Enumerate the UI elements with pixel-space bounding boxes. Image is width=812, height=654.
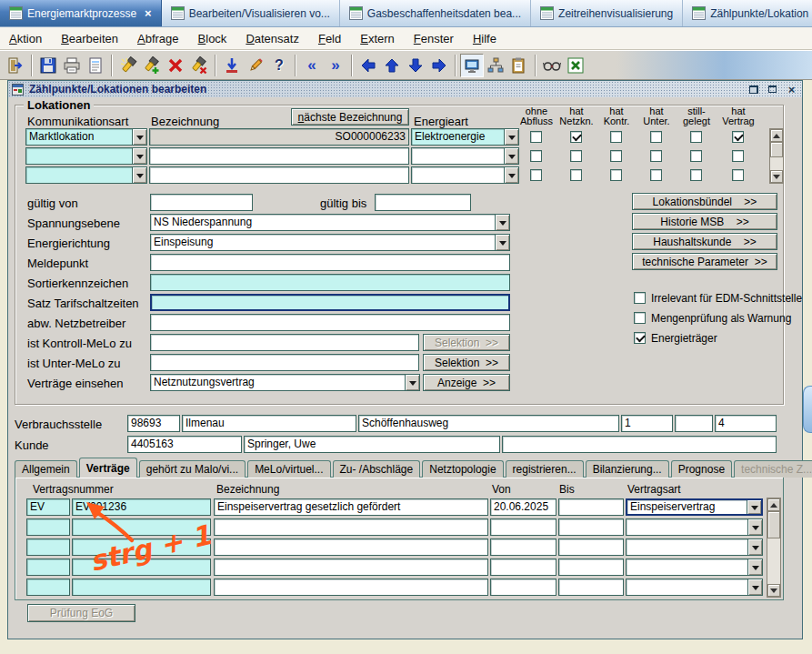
- hat-unter-checkbox-row3[interactable]: [650, 169, 662, 181]
- app-tab-zeitreihenvisualisierung[interactable]: Zeitreihenvisualisierung: [531, 0, 683, 26]
- verbrauchsstelle-nr-field[interactable]: 98693: [127, 415, 180, 432]
- menu-bearbeiten[interactable]: Bearbeiten: [61, 32, 118, 45]
- vertrag-bezeichnung-cell-row3[interactable]: [214, 538, 488, 556]
- verbrauchsstelle-hausnr-field[interactable]: 1: [621, 415, 673, 432]
- screen-button[interactable]: [460, 54, 484, 77]
- dropdown-button[interactable]: [495, 235, 509, 250]
- app-tab-zaehlpunkte-lokationen[interactable]: Zählpunkte/Lokation: [683, 0, 812, 26]
- vertragsart-combo-row4[interactable]: [626, 558, 763, 576]
- hat-kontr-checkbox-row2[interactable]: [610, 150, 622, 162]
- dropdown-button[interactable]: [132, 129, 146, 145]
- vertrag-nummer-cell-row2[interactable]: [72, 518, 211, 536]
- vertrag-von-cell-row5[interactable]: [490, 579, 556, 596]
- bezeichnung-field-row2[interactable]: [149, 147, 409, 165]
- verbrauchsstelle-etage-field[interactable]: 4: [715, 415, 777, 432]
- print-button[interactable]: [60, 54, 84, 77]
- vertrag-bezeichnung-cell-row5[interactable]: [214, 579, 488, 596]
- energieart-value[interactable]: Elektroenergie: [412, 129, 504, 145]
- satz-tarifschaltzeiten-field[interactable]: [150, 294, 510, 311]
- hat-kontr-checkbox-row3[interactable]: [610, 169, 622, 181]
- vertragsart-combo-row5[interactable]: [626, 579, 763, 596]
- technische-parameter-button[interactable]: technische Parameter >>: [632, 253, 777, 270]
- vertrag-bezeichnung-cell-row2[interactable]: [214, 518, 488, 536]
- spannungsebene-value[interactable]: NS Niederspannung: [151, 215, 495, 230]
- dropdown-button[interactable]: [747, 539, 762, 555]
- vertragsart-value[interactable]: [627, 579, 747, 595]
- energieart-combo-row3[interactable]: [411, 166, 519, 184]
- abw-netzbetreiber-field[interactable]: [150, 314, 510, 331]
- hat-netzkn-checkbox-row2[interactable]: [570, 150, 582, 162]
- energietraeger-checkbox[interactable]: [634, 332, 646, 344]
- scroll-down-button[interactable]: [767, 584, 780, 597]
- vertragsart-value[interactable]: Einspeiservertrag: [627, 500, 747, 514]
- dropdown-button[interactable]: [132, 148, 146, 164]
- vertrag-bis-cell-row2[interactable]: [558, 518, 624, 536]
- tab-melo-virtuell[interactable]: MeLo/virtuel...: [247, 460, 330, 478]
- window-title-bar[interactable]: Zählpunkte/Lokationen bearbeiten ×: [8, 81, 802, 97]
- energieart-value[interactable]: [412, 167, 504, 183]
- next-item-button[interactable]: [427, 54, 451, 77]
- bezeichnung-field-row3[interactable]: [149, 166, 409, 184]
- tab-allgemein[interactable]: Allgemein: [15, 460, 77, 478]
- vertrag-bis-cell-row1[interactable]: [558, 498, 624, 516]
- energieart-value[interactable]: [412, 148, 504, 164]
- verbrauchsstelle-ort-field[interactable]: Ilmenau: [182, 415, 356, 432]
- vertraege-einsehen-combo[interactable]: Netznutzungsvertrag: [150, 374, 420, 391]
- mengenpruefung-checkbox[interactable]: [634, 312, 646, 324]
- lokationsbuendel-button[interactable]: Lokationsbündel >>: [632, 193, 777, 210]
- vertrag-von-cell-row3[interactable]: [490, 538, 556, 556]
- tab-zu-abschlaege[interactable]: Zu- /Abschläge: [333, 460, 421, 478]
- kommunikationsart-combo-row1[interactable]: Marktlokation: [25, 128, 147, 146]
- vertrag-von-cell-row1[interactable]: 20.06.2025: [490, 498, 556, 516]
- menu-extern[interactable]: Extern: [360, 32, 395, 45]
- close-icon[interactable]: ×: [145, 6, 152, 20]
- vertrag-prefix-cell-row5[interactable]: [26, 579, 70, 596]
- vertrag-nummer-cell-row4[interactable]: [72, 558, 211, 576]
- irrelevant-edm-checkbox[interactable]: [634, 292, 646, 304]
- menu-abfrage[interactable]: Abfrage: [137, 32, 179, 45]
- tab-gehoert-zu-malo[interactable]: gehört zu Malo/vi...: [139, 460, 246, 478]
- vertragsart-value[interactable]: [627, 519, 747, 535]
- execute-query-button[interactable]: [140, 54, 164, 77]
- kommunikationsart-value[interactable]: [26, 167, 132, 183]
- previous-block-button[interactable]: «: [300, 54, 324, 77]
- stillgelegt-checkbox-row2[interactable]: [690, 150, 702, 162]
- menu-aktion[interactable]: Aktion: [9, 32, 42, 45]
- vertrag-bezeichnung-cell-row4[interactable]: [214, 558, 488, 576]
- vertrag-bezeichnung-cell-row1[interactable]: Einspeiservertrag gesetzlich gefördert: [214, 498, 488, 516]
- selektion-unter-button[interactable]: Selektion >>: [423, 354, 510, 371]
- energierichtung-combo[interactable]: Einspeisung: [150, 234, 510, 251]
- scroll-up-button[interactable]: [770, 129, 783, 142]
- energieart-combo-row1[interactable]: Elektroenergie: [411, 128, 519, 146]
- tab-registrieren[interactable]: registrieren...: [506, 460, 584, 478]
- clipboard-button[interactable]: [507, 54, 531, 77]
- dropdown-button[interactable]: [747, 500, 761, 514]
- cancel-button[interactable]: [164, 54, 187, 77]
- save-button[interactable]: [36, 54, 60, 77]
- kunde-zusatz-field[interactable]: [502, 436, 777, 453]
- vertrag-von-cell-row4[interactable]: [490, 558, 556, 576]
- meldepunkt-field[interactable]: [150, 254, 510, 271]
- menu-datensatz[interactable]: Datensatz: [246, 32, 299, 45]
- scroll-thumb[interactable]: [770, 142, 783, 157]
- insert-record-button[interactable]: [220, 54, 244, 77]
- historie-msb-button[interactable]: Historie MSB >>: [632, 213, 777, 230]
- previous-item-button[interactable]: [356, 54, 380, 77]
- vertrag-prefix-cell-row4[interactable]: [26, 558, 70, 576]
- tab-vertraege[interactable]: Verträge: [79, 458, 137, 478]
- exit-button[interactable]: [4, 54, 27, 77]
- kunde-nr-field[interactable]: 4405163: [127, 436, 242, 453]
- gueltig-bis-field[interactable]: [375, 194, 471, 211]
- dropdown-button[interactable]: [504, 167, 518, 183]
- dropdown-button[interactable]: [747, 519, 762, 535]
- vertrag-bis-cell-row3[interactable]: [558, 538, 624, 556]
- vertragsart-combo-row3[interactable]: [626, 538, 763, 556]
- kunde-name-field[interactable]: Springer, Uwe: [244, 436, 500, 453]
- naechste-bezeichnung-button[interactable]: nächste Bezeichnung: [291, 108, 409, 126]
- vertrag-prefix-cell-row3[interactable]: [26, 538, 70, 556]
- kommunikationsart-value[interactable]: [26, 148, 132, 164]
- stillgelegt-checkbox-row3[interactable]: [690, 169, 702, 181]
- hat-unter-checkbox-row2[interactable]: [650, 150, 662, 162]
- hierarchy-button[interactable]: [484, 54, 507, 77]
- dropdown-button[interactable]: [132, 167, 146, 183]
